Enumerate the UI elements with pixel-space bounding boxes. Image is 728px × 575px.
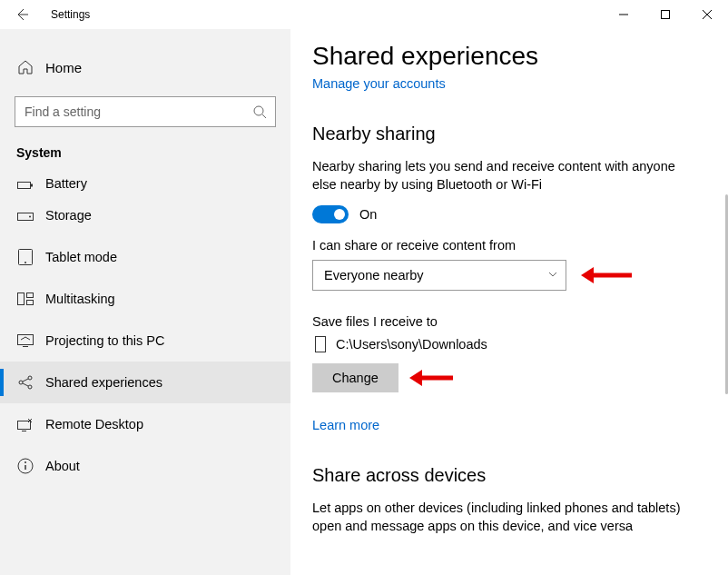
home-icon (16, 59, 34, 75)
svg-point-17 (25, 461, 26, 463)
svg-point-1 (254, 106, 263, 115)
scrollbar[interactable] (723, 194, 728, 575)
change-button[interactable]: Change (312, 363, 398, 392)
tablet-icon (16, 249, 34, 265)
svg-point-14 (28, 385, 32, 389)
svg-point-5 (29, 216, 31, 218)
sidebar-item-label: Tablet mode (34, 250, 117, 264)
search-input[interactable] (15, 96, 276, 127)
sidebar-item-battery[interactable]: Battery (0, 167, 290, 194)
window-title: Settings (44, 8, 90, 21)
svg-rect-9 (27, 293, 34, 298)
close-button[interactable] (686, 0, 728, 29)
sidebar-item-tablet-mode[interactable]: Tablet mode (0, 236, 290, 278)
folder-icon (312, 336, 329, 352)
nearby-sharing-description: Nearby sharing lets you send and receive… (312, 157, 694, 194)
chevron-down-icon (547, 267, 558, 283)
nearby-sharing-toggle[interactable] (312, 205, 349, 223)
main-content: Shared experiences Manage your accounts … (290, 29, 728, 575)
about-icon (16, 458, 34, 474)
toggle-knob (334, 209, 345, 220)
window-controls (603, 0, 728, 29)
sidebar-item-label: Projecting to this PC (34, 333, 164, 348)
share-from-label: I can share or receive content from (312, 238, 703, 253)
svg-rect-10 (27, 301, 34, 305)
svg-point-12 (19, 381, 23, 384)
save-to-label: Save files I receive to (312, 314, 703, 329)
svg-rect-11 (18, 335, 34, 345)
svg-rect-3 (31, 184, 33, 187)
sidebar-nav-list: Battery Storage Tablet mode (0, 167, 290, 575)
nearby-sharing-heading: Nearby sharing (312, 124, 703, 144)
sidebar-item-shared-experiences[interactable]: Shared experiences (0, 362, 290, 403)
save-to-path: C:\Users\sony\Downloads (336, 337, 487, 352)
multitasking-icon (16, 292, 34, 305)
sidebar-item-multitasking[interactable]: Multitasking (0, 278, 290, 320)
sidebar-section-heading: System (0, 140, 290, 167)
svg-rect-0 (662, 11, 670, 19)
sidebar-item-label: Storage (34, 208, 92, 223)
share-icon (16, 374, 34, 391)
sidebar-item-about[interactable]: About (0, 445, 290, 487)
battery-icon (16, 180, 34, 191)
projecting-icon (16, 334, 34, 347)
back-button[interactable] (0, 0, 44, 29)
svg-rect-18 (316, 336, 326, 352)
svg-rect-8 (18, 293, 25, 305)
sidebar: Home System Battery (0, 29, 290, 575)
share-across-heading: Share across devices (312, 465, 703, 486)
manage-accounts-link[interactable]: Manage your accounts (312, 76, 703, 91)
search-icon (244, 104, 275, 119)
page-title: Shared experiences (312, 42, 703, 71)
sidebar-item-label: About (34, 459, 80, 473)
storage-icon (16, 209, 34, 222)
svg-point-13 (28, 376, 32, 380)
titlebar: Settings (0, 0, 728, 29)
sidebar-home[interactable]: Home (0, 47, 290, 87)
sidebar-item-remote-desktop[interactable]: Remote Desktop (0, 403, 290, 445)
sidebar-item-label: Multitasking (34, 292, 115, 306)
annotation-arrow (406, 367, 457, 389)
svg-point-7 (25, 262, 26, 263)
learn-more-link[interactable]: Learn more (312, 418, 703, 432)
sidebar-item-label: Remote Desktop (34, 417, 143, 431)
dropdown-value: Everyone nearby (324, 268, 424, 283)
minimize-button[interactable] (603, 0, 644, 29)
svg-rect-2 (18, 183, 31, 189)
share-across-description: Let apps on other devices (including lin… (312, 499, 694, 536)
sidebar-item-storage[interactable]: Storage (0, 194, 290, 236)
sidebar-item-label: Battery (34, 176, 87, 191)
sidebar-item-projecting[interactable]: Projecting to this PC (0, 320, 290, 362)
maximize-button[interactable] (644, 0, 686, 29)
annotation-arrow (577, 264, 635, 286)
toggle-state-label: On (349, 207, 377, 222)
sidebar-home-label: Home (34, 60, 82, 75)
share-from-dropdown[interactable]: Everyone nearby (312, 260, 566, 291)
sidebar-item-label: Shared experiences (34, 375, 162, 390)
search-field[interactable] (15, 97, 244, 126)
remote-desktop-icon (16, 417, 34, 431)
